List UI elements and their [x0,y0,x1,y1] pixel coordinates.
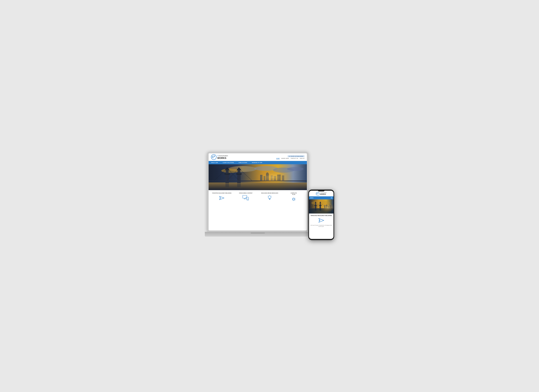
phone-feature-icon [310,217,332,224]
logo-text: Communication WORKS [217,155,228,159]
svg-point-8 [287,167,303,171]
svg-line-47 [268,196,268,196]
nav-working-at-cwp[interactable]: WORKING AT CWP [250,161,265,164]
bulb-icon [267,195,272,202]
svg-rect-25 [225,183,229,187]
nav-client-solutions[interactable]: CLIENT SOLUTIONS [220,161,236,164]
nav-home[interactable]: HOME [276,158,280,159]
nav-sign-up[interactable]: SIGN UP [300,158,304,159]
feature-brand-title: ENGAGING BRAND MESSAGES [261,192,278,194]
laptop-device: C Communication WORKS 21 YEARS IN PUBLIS… [205,152,311,237]
phone-body: C Communication WORKS MENU ☰ [308,190,334,240]
svg-text:C: C [212,155,214,159]
nav-contact-us[interactable]: CONTACT US [291,158,298,159]
years-badge: 21 YEARS IN PUBLISHING [288,155,304,157]
phone-feature-content: TARGETED MAGAZINE PUBLISHING We've got 2… [309,214,333,229]
header-right: 21 YEARS IN PUBLISHING HOME INSIDE CWPG … [276,155,304,159]
nav-publications[interactable]: PUBLICATIONS [236,161,250,164]
phone-logo-text: Communication WORKS [320,192,327,195]
phone-menu-bar: MENU ☰ [309,196,333,199]
gear-icon [291,196,297,203]
feature-cross-media: CROSS MEDIA CONTENT [235,192,256,201]
hamburger-icon[interactable]: ☰ [331,197,332,199]
logo-c-letter: C [217,155,218,157]
feature-magazine-title: TARGETED MAGAZINE PUBLISHING [212,192,231,194]
svg-point-35 [245,168,292,186]
phone-device: C Communication WORKS MENU ☰ [308,190,334,240]
svg-rect-42 [247,199,249,200]
phone-hero-svg [309,199,333,214]
paper-plane-icon [219,195,225,202]
svg-rect-26 [237,183,241,187]
svg-point-49 [293,198,295,200]
svg-point-74 [315,201,333,212]
scene: C Communication WORKS 21 YEARS IN PUBLIS… [205,152,334,240]
svg-point-43 [268,196,271,199]
svg-rect-10 [225,174,229,183]
site-header: C Communication WORKS 21 YEARS IN PUBLIS… [209,153,307,161]
phone-menu-label: MENU [310,197,314,198]
features-row: TARGETED MAGAZINE PUBLISHING CROSS MEDIA… [209,190,307,205]
logo-icon: C [211,154,217,160]
main-nav: ABOUT CWP CLIENT SOLUTIONS PUBLICATIONS … [209,161,307,164]
svg-point-2 [214,156,215,157]
svg-rect-13 [225,169,229,170]
svg-point-52 [318,193,318,193]
nav-about-cwp[interactable]: ABOUT CWP [209,161,220,164]
feature-plan: COMPLETEPLAN [283,192,304,203]
feature-plan-title: COMPLETEPLAN [291,192,297,195]
top-nav: HOME INSIDE CWPG CONTACT US SIGN UP [276,158,304,159]
logo: C Communication WORKS [211,154,228,160]
hero-banner [209,164,307,190]
phone-screen: C Communication WORKS MENU ☰ [309,191,333,239]
svg-rect-38 [243,195,247,198]
laptop-body: C Communication WORKS 21 YEARS IN PUBLIS… [207,152,308,232]
feature-magazine: TARGETED MAGAZINE PUBLISHING [211,192,232,202]
laptop-base [205,232,311,237]
phone-logo-brand-bottom: WORKS [320,193,327,195]
logo-brand-bottom: WORKS [217,157,228,159]
phone-feature-description: We've got 25 years of experience of brin… [310,225,332,227]
feature-cross-media-title: CROSS MEDIA CONTENT [239,192,253,194]
phone-feature-title: TARGETED MAGAZINE PUBLISHING [310,215,332,216]
screens-icon [242,195,249,201]
hero-bridge-svg [209,164,307,190]
phone-paper-plane-icon [318,217,325,224]
svg-rect-12 [226,170,229,174]
phone-logo-icon: C [316,192,320,196]
phone-logo-c: C [320,192,321,193]
phone-site-header: C Communication WORKS [309,191,333,196]
logo-brand-top: Communication [217,155,228,157]
phone-notch [318,190,325,191]
laptop-screen: C Communication WORKS 21 YEARS IN PUBLIS… [209,153,307,230]
feature-brand: ENGAGING BRAND MESSAGES [259,192,280,202]
svg-rect-18 [237,169,241,170]
svg-text:C: C [317,192,318,195]
svg-rect-15 [237,174,241,183]
phone-hero [309,199,333,214]
svg-line-48 [271,196,271,196]
nav-inside-cwpg[interactable]: INSIDE CWPG [281,158,289,159]
svg-rect-17 [237,170,240,174]
